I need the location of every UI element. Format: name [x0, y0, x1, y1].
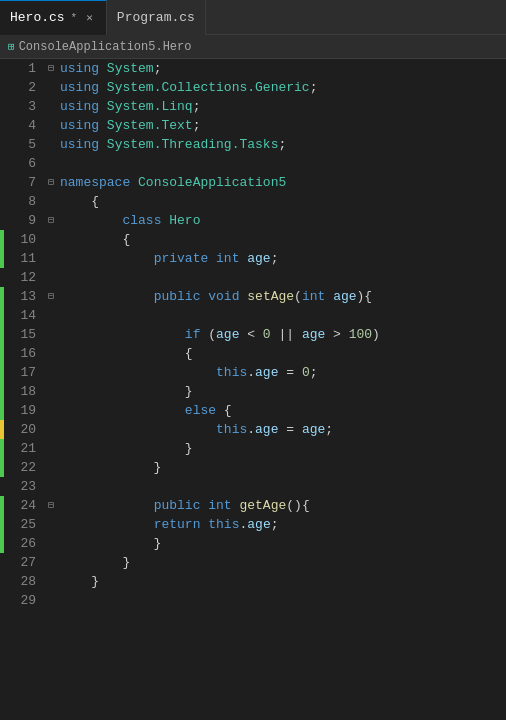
- gutter-14: [44, 306, 58, 325]
- gutter-13[interactable]: ⊟: [44, 287, 58, 306]
- code-line-9: 9⊟ class Hero: [0, 211, 506, 230]
- code-line-5: 5using System.Threading.Tasks;: [0, 135, 506, 154]
- code-content-6[interactable]: [58, 154, 506, 173]
- code-content-16[interactable]: {: [58, 344, 506, 363]
- tab-hero-label: Hero.cs: [10, 10, 65, 25]
- code-content-4[interactable]: using System.Text;: [58, 116, 506, 135]
- gutter-24[interactable]: ⊟: [44, 496, 58, 515]
- gutter-7[interactable]: ⊟: [44, 173, 58, 192]
- gutter-20: [44, 420, 58, 439]
- line-number-2: 2: [4, 78, 44, 97]
- fold-icon-13[interactable]: ⊟: [48, 287, 54, 306]
- line-number-5: 5: [4, 135, 44, 154]
- code-line-2: 2using System.Collections.Generic;: [0, 78, 506, 97]
- gutter-21: [44, 439, 58, 458]
- line-indicator-16: [0, 344, 4, 363]
- fold-icon-24[interactable]: ⊟: [48, 496, 54, 515]
- line-indicator-3: [0, 97, 4, 116]
- code-content-19[interactable]: else {: [58, 401, 506, 420]
- gutter-1[interactable]: ⊟: [44, 59, 58, 78]
- gutter-25: [44, 515, 58, 534]
- line-indicator-5: [0, 135, 4, 154]
- gutter-9[interactable]: ⊟: [44, 211, 58, 230]
- line-number-11: 11: [4, 249, 44, 268]
- line-number-22: 22: [4, 458, 44, 477]
- tab-hero[interactable]: Hero.cs * ✕: [0, 0, 107, 35]
- code-content-24[interactable]: public int getAge(){: [58, 496, 506, 515]
- line-number-26: 26: [4, 534, 44, 553]
- code-line-25: 25 return this.age;: [0, 515, 506, 534]
- line-number-6: 6: [4, 154, 44, 173]
- code-content-5[interactable]: using System.Threading.Tasks;: [58, 135, 506, 154]
- line-number-27: 27: [4, 553, 44, 572]
- line-number-14: 14: [4, 306, 44, 325]
- code-content-14[interactable]: [58, 306, 506, 325]
- line-number-10: 10: [4, 230, 44, 249]
- code-content-7[interactable]: namespace ConsoleApplication5: [58, 173, 506, 192]
- line-indicator-17: [0, 363, 4, 382]
- code-line-14: 14: [0, 306, 506, 325]
- fold-icon-1[interactable]: ⊟: [48, 59, 54, 78]
- code-line-3: 3using System.Linq;: [0, 97, 506, 116]
- code-content-26[interactable]: }: [58, 534, 506, 553]
- line-indicator-4: [0, 116, 4, 135]
- code-content-29[interactable]: [58, 591, 506, 610]
- line-indicator-26: [0, 534, 4, 553]
- code-content-1[interactable]: using System;: [58, 59, 506, 78]
- code-content-17[interactable]: this.age = 0;: [58, 363, 506, 382]
- code-content-20[interactable]: this.age = age;: [58, 420, 506, 439]
- line-number-23: 23: [4, 477, 44, 496]
- code-content-27[interactable]: }: [58, 553, 506, 572]
- line-number-21: 21: [4, 439, 44, 458]
- code-content-25[interactable]: return this.age;: [58, 515, 506, 534]
- gutter-22: [44, 458, 58, 477]
- line-number-15: 15: [4, 325, 44, 344]
- code-content-12[interactable]: [58, 268, 506, 287]
- fold-icon-9[interactable]: ⊟: [48, 211, 54, 230]
- gutter-17: [44, 363, 58, 382]
- line-number-7: 7: [4, 173, 44, 192]
- code-content-28[interactable]: }: [58, 572, 506, 591]
- fold-icon-7[interactable]: ⊟: [48, 173, 54, 192]
- code-content-18[interactable]: }: [58, 382, 506, 401]
- line-number-18: 18: [4, 382, 44, 401]
- tab-hero-close[interactable]: ✕: [83, 10, 96, 25]
- code-line-21: 21 }: [0, 439, 506, 458]
- tab-program-label: Program.cs: [117, 10, 195, 25]
- line-indicator-14: [0, 306, 4, 325]
- line-indicator-27: [0, 553, 4, 572]
- line-indicator-13: [0, 287, 4, 306]
- tab-bar: Hero.cs * ✕ Program.cs: [0, 0, 506, 35]
- line-number-16: 16: [4, 344, 44, 363]
- line-number-12: 12: [4, 268, 44, 287]
- code-content-10[interactable]: {: [58, 230, 506, 249]
- line-indicator-6: [0, 154, 4, 173]
- line-indicator-10: [0, 230, 4, 249]
- code-content-22[interactable]: }: [58, 458, 506, 477]
- code-content-21[interactable]: }: [58, 439, 506, 458]
- code-line-20: 20 this.age = age;: [0, 420, 506, 439]
- code-content-13[interactable]: public void setAge(int age){: [58, 287, 506, 306]
- code-content-3[interactable]: using System.Linq;: [58, 97, 506, 116]
- line-number-1: 1: [4, 59, 44, 78]
- code-line-16: 16 {: [0, 344, 506, 363]
- code-content-9[interactable]: class Hero: [58, 211, 506, 230]
- line-number-25: 25: [4, 515, 44, 534]
- line-number-29: 29: [4, 591, 44, 610]
- line-indicator-24: [0, 496, 4, 515]
- code-content-15[interactable]: if (age < 0 || age > 100): [58, 325, 506, 344]
- line-number-17: 17: [4, 363, 44, 382]
- code-line-6: 6: [0, 154, 506, 173]
- code-content-11[interactable]: private int age;: [58, 249, 506, 268]
- breadcrumb-text: ConsoleApplication5.Hero: [19, 40, 192, 54]
- code-line-22: 22 }: [0, 458, 506, 477]
- code-content-23[interactable]: [58, 477, 506, 496]
- modified-dot: *: [71, 12, 78, 24]
- code-line-10: 10 {: [0, 230, 506, 249]
- code-line-18: 18 }: [0, 382, 506, 401]
- code-area: 1⊟using System;2using System.Collections…: [0, 59, 506, 610]
- code-content-8[interactable]: {: [58, 192, 506, 211]
- editor: 1⊟using System;2using System.Collections…: [0, 59, 506, 720]
- tab-program[interactable]: Program.cs: [107, 0, 206, 35]
- code-content-2[interactable]: using System.Collections.Generic;: [58, 78, 506, 97]
